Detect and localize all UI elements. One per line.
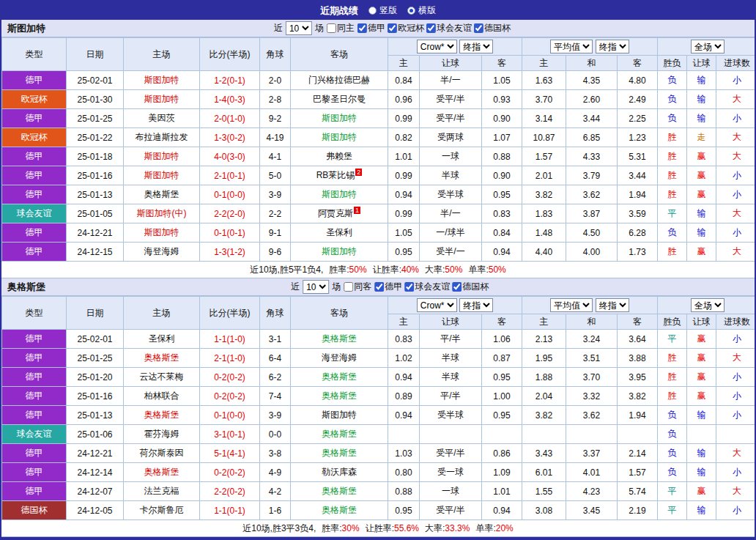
odds-home-cell: 0.99 <box>388 204 420 223</box>
vertical-radio-label: 竖版 <box>379 4 397 17</box>
col-avg-away: 客 <box>618 56 658 71</box>
odds-handicap-cell: 受半球 <box>420 406 482 425</box>
date-cell: 25-01-06 <box>67 425 124 444</box>
match-row: 球会友谊25-01-06霍芬海姆3-1(0-1)0-0奥格斯堡负 <box>2 425 756 444</box>
section-summary: 近10场,胜3平3负4,胜率:30%让胜率:55.6%大率:33.3%单率:20… <box>1 520 755 537</box>
handicap-result-cell: 输 <box>687 90 716 109</box>
match-result-cell: 平 <box>658 501 687 520</box>
league-label: 德国杯 <box>484 22 511 34</box>
odds-away-cell: 1.01 <box>482 482 522 501</box>
league-checkbox[interactable] <box>474 23 483 33</box>
match-row: 德甲25-01-13奥格斯堡0-1(0-0)3-9斯图加特0.94受半球0.95… <box>2 185 756 204</box>
avg-stage-select[interactable]: 终指 <box>596 298 629 312</box>
away-team-cell: 巴黎圣日尔曼 <box>291 90 388 109</box>
league-checkbox[interactable] <box>452 282 462 292</box>
league-filter[interactable]: 球会友谊 <box>404 281 450 293</box>
same-venue-label: 同主 <box>337 22 355 34</box>
goals-result-cell: 小 <box>716 71 756 90</box>
layout-option-vertical[interactable]: 竖版 <box>368 4 397 17</box>
scope-select[interactable]: 全场 <box>691 40 724 53</box>
league-filter[interactable]: 德甲 <box>357 22 385 34</box>
avg-home-cell: 3.82 <box>522 185 566 204</box>
away-team-cell: 斯图加特 <box>291 128 388 147</box>
match-result-cell: 胜 <box>658 147 687 166</box>
avg-away-cell: 2.25 <box>618 109 658 128</box>
league-checkbox[interactable] <box>357 23 367 33</box>
match-result-cell: 平 <box>658 330 687 349</box>
odds-handicap-cell: 平/半 <box>420 330 482 349</box>
league-filters: 德甲球会友谊德国杯 <box>374 281 489 293</box>
layout-option-horizontal[interactable]: 横版 <box>407 4 436 17</box>
score-cell: 2-2(2-0) <box>200 204 260 223</box>
results-table: 类型 日期 主场 比分(半场) 角球 客场 Crow* 终指 平均值 终指 <box>1 37 756 262</box>
league-checkbox[interactable] <box>426 23 436 33</box>
games-label: 场 <box>315 22 324 34</box>
odds-source-select[interactable]: Crow* <box>417 40 457 53</box>
avg-draw-cell: 3.32 <box>566 387 618 406</box>
league-filter[interactable]: 德国杯 <box>474 22 511 34</box>
col-goals: 进球数 <box>716 314 756 330</box>
avg-away-cell: 3.44 <box>618 166 658 185</box>
league-checkbox[interactable] <box>404 282 414 292</box>
same-venue-filter[interactable]: 同客 <box>344 281 371 293</box>
league-filters: 德甲欧冠杯球会友谊德国杯 <box>357 22 511 34</box>
odds-handicap-cell: 平/半 <box>420 387 482 406</box>
odds-handicap-cell: 一球 <box>420 147 482 166</box>
scope-select[interactable]: 全场 <box>691 298 724 312</box>
avg-away-cell: 3.95 <box>618 368 658 387</box>
odds-away-cell: 0.90 <box>482 166 522 185</box>
goals-result-cell: 小 <box>716 166 756 185</box>
goals-result-cell: 大 <box>716 482 756 501</box>
corner-cell: 4-19 <box>260 128 291 147</box>
col-avg-draw: 和 <box>566 314 618 330</box>
summary-stat-value: 33.3% <box>445 523 470 533</box>
league-filter[interactable]: 球会友谊 <box>426 22 472 34</box>
away-team-cell: RB莱比锡2 <box>291 166 388 185</box>
home-team-cell: 斯图加特 <box>124 71 200 90</box>
odds-source-select[interactable]: Crow* <box>417 298 457 312</box>
same-venue-checkbox[interactable] <box>327 23 336 33</box>
summary-stat: 让胜率:40% <box>373 264 419 276</box>
avg-home-cell: 3.82 <box>522 406 566 425</box>
odds-home-cell: 0.88 <box>388 482 420 501</box>
league-checkbox[interactable] <box>388 23 397 33</box>
recent-count-select[interactable]: 10 <box>303 280 329 294</box>
avg-select[interactable]: 平均值 <box>550 40 593 53</box>
avg-away-cell: 2.49 <box>618 90 658 109</box>
handicap-result-cell: 赢 <box>687 147 716 166</box>
league-filter[interactable]: 德甲 <box>374 281 402 293</box>
league-filter[interactable]: 德国杯 <box>452 281 489 293</box>
avg-stage-select[interactable]: 终指 <box>596 40 629 53</box>
avg-home-cell: 3.14 <box>522 109 566 128</box>
odds-home-cell: 0.89 <box>388 387 420 406</box>
type-cell: 德甲 <box>2 387 67 406</box>
summary-stat-value: 30% <box>342 523 360 533</box>
same-venue-filter[interactable]: 同主 <box>327 22 355 34</box>
match-result-cell: 负 <box>658 71 687 90</box>
odds-home-cell: 0.80 <box>388 463 420 482</box>
recent-count-select[interactable]: 10 <box>286 21 312 35</box>
col-odds-handicap: 让球 <box>420 314 482 330</box>
horizontal-radio[interactable] <box>407 7 415 15</box>
match-row: 德甲25-01-25美因茨2-0(1-0)9-2斯图加特0.99受平/半0.90… <box>2 109 756 128</box>
avg-home-cell: 3.43 <box>522 444 566 463</box>
same-venue-checkbox[interactable] <box>344 282 353 292</box>
league-checkbox[interactable] <box>374 282 384 292</box>
odds-handicap-cell: 半球 <box>420 349 482 368</box>
avg-select[interactable]: 平均值 <box>550 298 593 312</box>
odds-stage-select[interactable]: 终指 <box>459 40 493 53</box>
bottom-bar <box>1 537 755 540</box>
odds-stage-select[interactable]: 终指 <box>459 298 493 312</box>
col-odds-home: 主 <box>388 314 420 330</box>
corner-cell: 4-9 <box>260 463 291 482</box>
avg-away-cell: 6.28 <box>618 223 658 243</box>
corner-cell: 4-2 <box>260 482 291 501</box>
home-team-cell: 法兰克福 <box>124 482 200 501</box>
league-filter[interactable]: 欧冠杯 <box>388 22 424 34</box>
away-team-cell: 奥格斯堡 <box>291 387 388 406</box>
match-result-cell: 胜 <box>658 349 687 368</box>
vertical-radio[interactable] <box>368 7 377 15</box>
avg-home-cell: 2.13 <box>522 330 566 349</box>
date-cell: 25-01-05 <box>67 204 124 223</box>
corner-cell: 6-4 <box>260 349 291 368</box>
